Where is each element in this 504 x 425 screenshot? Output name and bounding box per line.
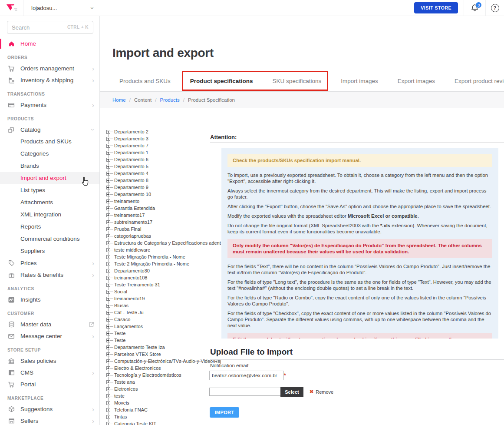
tree-node-label[interactable]: Departamento 6 (114, 157, 148, 162)
vtex-logo[interactable] (0, 0, 23, 16)
sidebar-item-reports[interactable]: Reports (0, 221, 99, 233)
tree-node-label[interactable]: Departamento 5 (114, 164, 148, 169)
notification-email-input[interactable] (209, 371, 284, 380)
tree-node-label[interactable]: Tintas (114, 414, 127, 419)
tree-node-label[interactable]: Departamento 3 (114, 136, 148, 141)
expand-plus-icon[interactable] (106, 193, 110, 196)
search-input[interactable] (7, 21, 68, 33)
sidebar-item-brands[interactable]: Brands (0, 160, 99, 172)
expand-plus-icon[interactable] (106, 290, 110, 294)
sidebar-item-rates-benefits[interactable]: Rates & benefits› (0, 269, 99, 281)
expand-plus-icon[interactable] (106, 220, 110, 224)
tree-node-label[interactable]: Departamento 1 (114, 150, 148, 155)
sidebar-item-attachments[interactable]: Attachments (0, 196, 99, 209)
expand-plus-icon[interactable] (106, 137, 110, 141)
sidebar-item-home[interactable]: Home (0, 38, 99, 50)
sidebar-item-import-and-export[interactable]: Import and export (0, 172, 99, 184)
expand-plus-icon[interactable] (106, 373, 110, 377)
expand-plus-icon[interactable] (106, 401, 110, 405)
expand-plus-icon[interactable] (106, 325, 110, 329)
expand-plus-icon[interactable] (106, 359, 110, 363)
tree-node-label[interactable]: Moveis (114, 400, 129, 405)
sidebar-item-suppliers[interactable]: Suppliers (0, 245, 99, 257)
import-button[interactable]: IMPORT (210, 407, 239, 418)
expand-plus-icon[interactable] (106, 304, 110, 308)
tree-node-label[interactable]: treinamento19 (114, 296, 145, 301)
expand-plus-icon[interactable] (106, 276, 110, 280)
tree-node-label[interactable]: Teste ana (114, 379, 135, 385)
help-button[interactable]: ? (486, 0, 504, 16)
tree-node-label[interactable]: Electro & Electronicos (114, 365, 161, 371)
expand-plus-icon[interactable] (106, 339, 110, 342)
tree-node-label[interactable]: Social (114, 289, 127, 294)
expand-plus-icon[interactable] (106, 332, 110, 335)
sidebar-item-catalog[interactable]: Catalog› (0, 124, 99, 136)
tree-node-label[interactable]: Teste Treinamento 31 (114, 282, 160, 287)
expand-plus-icon[interactable] (106, 366, 110, 370)
tree-node-label[interactable]: Computación-y-Electrónica/TVs-Audio-y-Vi… (114, 359, 221, 364)
expand-plus-icon[interactable] (106, 165, 110, 169)
sidebar-item-suggestions[interactable]: Suggestions› (0, 403, 99, 415)
expand-plus-icon[interactable] (106, 387, 110, 391)
tree-node-label[interactable]: Departamento30 (114, 268, 150, 273)
tree-node-label[interactable]: treinamento108 (114, 275, 147, 280)
sidebar-item-message-center[interactable]: Message center› (0, 330, 99, 342)
tab-import-images[interactable]: Import images (341, 78, 378, 84)
expand-plus-icon[interactable] (106, 172, 110, 176)
tree-node-label[interactable]: subtreinamento17 (114, 219, 152, 225)
expand-plus-icon[interactable] (106, 130, 110, 134)
tree-node-label[interactable]: Teste (114, 331, 125, 336)
tree-node-label[interactable]: Eletronicos (114, 386, 138, 392)
tab-sku-specifications[interactable]: SKU specifications (273, 78, 322, 84)
tree-node-label[interactable]: treinamento (114, 199, 139, 204)
sidebar-item-portal[interactable]: Portal (0, 379, 99, 390)
expand-plus-icon[interactable] (106, 206, 110, 210)
expand-plus-icon[interactable] (106, 283, 110, 287)
expand-plus-icon[interactable] (106, 199, 110, 203)
sidebar-item-cms[interactable]: CMS› (0, 367, 99, 379)
expand-plus-icon[interactable] (106, 415, 110, 419)
file-path-input[interactable] (209, 388, 283, 396)
tree-node-label[interactable]: Casaco (114, 317, 130, 322)
sidebar-item-products-and-skus[interactable]: Products and SKUs (0, 136, 99, 148)
import-manual-link[interactable]: Check the products/SKUs specification im… (233, 158, 361, 163)
expand-plus-icon[interactable] (106, 241, 110, 245)
sidebar-item-xml-integration[interactable]: XML integration (0, 209, 99, 221)
sidebar-item-payments[interactable]: Payments› (0, 99, 99, 111)
tree-node-label[interactable]: Parceiros VTEX Store (114, 352, 161, 357)
tree-node-label[interactable]: Garantia Estendida (114, 206, 155, 211)
breadcrumb-products[interactable]: Products (160, 97, 179, 103)
tree-node-label[interactable]: Departamento 9 (114, 185, 148, 190)
tree-node-label[interactable]: Categoria Teste KIT (114, 421, 156, 425)
tree-node-label[interactable]: Departamento Teste Iza (114, 345, 165, 350)
tree-node-label[interactable]: Blusas (114, 303, 128, 308)
tree-node-label[interactable]: Lançamentos (114, 324, 143, 329)
tab-export-images[interactable]: Export images (398, 78, 435, 84)
expand-plus-icon[interactable] (106, 269, 110, 273)
tree-node-label[interactable]: categoriapruebas (114, 233, 151, 239)
breadcrumb-home[interactable]: Home (112, 97, 126, 103)
expand-plus-icon[interactable] (106, 227, 110, 231)
expand-plus-icon[interactable] (106, 297, 110, 301)
tree-node-label[interactable]: Teste Migração Primordia - Nome (114, 254, 185, 259)
expand-plus-icon[interactable] (106, 179, 110, 183)
sidebar-item-insights[interactable]: Insights (0, 294, 99, 305)
expand-plus-icon[interactable] (106, 262, 110, 266)
store-selector[interactable]: lojadosu... › (23, 0, 100, 16)
expand-plus-icon[interactable] (106, 311, 110, 315)
expand-plus-icon[interactable] (106, 318, 110, 322)
tree-node-label[interactable]: Departamento 2 (114, 129, 148, 134)
expand-plus-icon[interactable] (106, 186, 110, 189)
tree-node-label[interactable]: Teste 2 Migração Primordia - Nome (114, 261, 189, 266)
tab-product-specifications[interactable]: Product specifications (190, 78, 253, 84)
sidebar-item-commercial-conditions[interactable]: Commercial conditions (0, 233, 99, 245)
select-file-button[interactable]: Select (280, 387, 303, 397)
sidebar-item-sales-policies[interactable]: Sales policies (0, 355, 99, 367)
notifications-button[interactable]: 3 (464, 0, 485, 16)
remove-file-button[interactable]: ✖ Remove (310, 389, 333, 395)
sidebar-search[interactable]: CTRL + K (7, 21, 93, 34)
tree-node-label[interactable]: Departamento 10 (114, 192, 151, 197)
expand-plus-icon[interactable] (106, 345, 110, 349)
expand-plus-icon[interactable] (106, 380, 110, 384)
expand-plus-icon[interactable] (106, 422, 110, 425)
